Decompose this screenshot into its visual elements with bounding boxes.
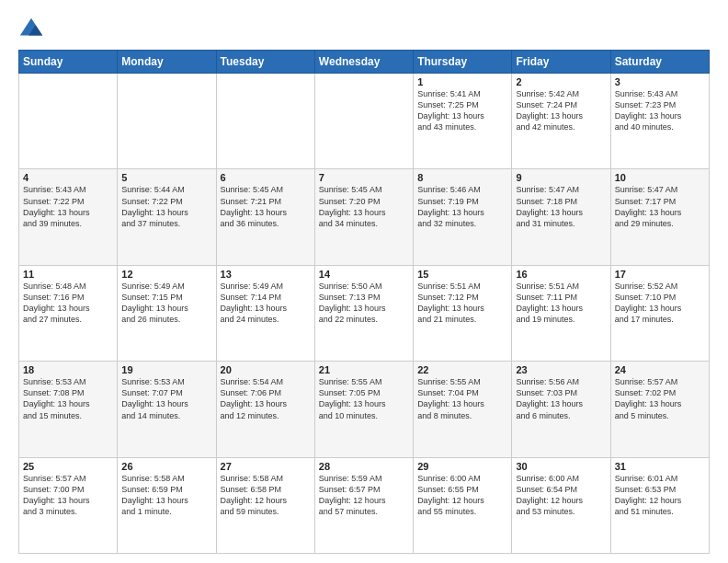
day-info: Sunrise: 5:51 AM Sunset: 7:11 PM Dayligh…	[516, 281, 606, 326]
day-number: 3	[615, 76, 705, 87]
day-number: 24	[615, 364, 705, 375]
calendar-cell: 3Sunrise: 5:43 AM Sunset: 7:23 PM Daylig…	[610, 74, 709, 169]
day-number: 2	[516, 76, 606, 87]
day-info: Sunrise: 5:57 AM Sunset: 7:00 PM Dayligh…	[23, 473, 113, 518]
day-info: Sunrise: 5:46 AM Sunset: 7:19 PM Dayligh…	[417, 184, 507, 229]
calendar-cell: 19Sunrise: 5:53 AM Sunset: 7:07 PM Dayli…	[118, 362, 216, 457]
day-number: 22	[417, 364, 507, 375]
day-info: Sunrise: 5:49 AM Sunset: 7:14 PM Dayligh…	[221, 281, 311, 326]
calendar-cell: 26Sunrise: 5:58 AM Sunset: 6:59 PM Dayli…	[118, 457, 216, 553]
logo-icon	[18, 17, 44, 42]
day-header-sunday: Sunday	[19, 51, 118, 74]
day-number: 6	[221, 172, 311, 183]
calendar-cell: 4Sunrise: 5:43 AM Sunset: 7:22 PM Daylig…	[19, 169, 118, 265]
calendar-cell: 24Sunrise: 5:57 AM Sunset: 7:02 PM Dayli…	[610, 362, 709, 457]
day-info: Sunrise: 5:43 AM Sunset: 7:23 PM Dayligh…	[615, 88, 705, 133]
calendar-cell	[314, 74, 413, 169]
calendar-cell: 13Sunrise: 5:49 AM Sunset: 7:14 PM Dayli…	[216, 265, 314, 361]
day-header-wednesday: Wednesday	[314, 51, 413, 74]
day-info: Sunrise: 5:47 AM Sunset: 7:17 PM Dayligh…	[615, 184, 705, 229]
page: SundayMondayTuesdayWednesdayThursdayFrid…	[0, 0, 728, 563]
calendar-cell: 2Sunrise: 5:42 AM Sunset: 7:24 PM Daylig…	[512, 74, 610, 169]
day-number: 25	[23, 461, 113, 472]
day-info: Sunrise: 5:53 AM Sunset: 7:07 PM Dayligh…	[121, 376, 211, 421]
day-info: Sunrise: 5:48 AM Sunset: 7:16 PM Dayligh…	[23, 281, 113, 326]
day-header-thursday: Thursday	[414, 51, 512, 74]
calendar-cell: 16Sunrise: 5:51 AM Sunset: 7:11 PM Dayli…	[512, 265, 610, 361]
day-info: Sunrise: 5:41 AM Sunset: 7:25 PM Dayligh…	[417, 88, 507, 133]
calendar-cell: 30Sunrise: 6:00 AM Sunset: 6:54 PM Dayli…	[512, 457, 610, 553]
day-header-saturday: Saturday	[610, 51, 709, 74]
day-number: 12	[121, 269, 211, 280]
calendar-cell: 27Sunrise: 5:58 AM Sunset: 6:58 PM Dayli…	[216, 457, 314, 553]
calendar-cell: 11Sunrise: 5:48 AM Sunset: 7:16 PM Dayli…	[19, 265, 118, 361]
day-info: Sunrise: 5:53 AM Sunset: 7:08 PM Dayligh…	[23, 376, 113, 421]
day-number: 27	[221, 461, 311, 472]
day-number: 9	[516, 172, 606, 183]
day-number: 29	[417, 461, 507, 472]
day-info: Sunrise: 5:51 AM Sunset: 7:12 PM Dayligh…	[417, 281, 507, 326]
day-number: 19	[121, 364, 211, 375]
calendar-table: SundayMondayTuesdayWednesdayThursdayFrid…	[18, 50, 710, 554]
day-info: Sunrise: 6:00 AM Sunset: 6:55 PM Dayligh…	[417, 473, 507, 518]
day-info: Sunrise: 6:00 AM Sunset: 6:54 PM Dayligh…	[516, 473, 606, 518]
calendar-cell: 10Sunrise: 5:47 AM Sunset: 7:17 PM Dayli…	[610, 169, 709, 265]
calendar-week-4: 18Sunrise: 5:53 AM Sunset: 7:08 PM Dayli…	[19, 362, 710, 457]
day-number: 17	[615, 269, 705, 280]
calendar-cell: 21Sunrise: 5:55 AM Sunset: 7:05 PM Dayli…	[314, 362, 413, 457]
day-info: Sunrise: 5:57 AM Sunset: 7:02 PM Dayligh…	[615, 376, 705, 421]
day-number: 20	[221, 364, 311, 375]
calendar-cell: 23Sunrise: 5:56 AM Sunset: 7:03 PM Dayli…	[512, 362, 610, 457]
day-info: Sunrise: 5:54 AM Sunset: 7:06 PM Dayligh…	[221, 376, 311, 421]
day-number: 23	[516, 364, 606, 375]
calendar-week-3: 11Sunrise: 5:48 AM Sunset: 7:16 PM Dayli…	[19, 265, 710, 361]
calendar-cell: 17Sunrise: 5:52 AM Sunset: 7:10 PM Dayli…	[610, 265, 709, 361]
day-number: 15	[417, 269, 507, 280]
day-info: Sunrise: 5:58 AM Sunset: 6:58 PM Dayligh…	[221, 473, 311, 518]
day-number: 8	[417, 172, 507, 183]
day-info: Sunrise: 5:59 AM Sunset: 6:57 PM Dayligh…	[319, 473, 409, 518]
calendar-cell	[19, 74, 118, 169]
calendar-cell: 18Sunrise: 5:53 AM Sunset: 7:08 PM Dayli…	[19, 362, 118, 457]
day-number: 10	[615, 172, 705, 183]
logo	[18, 17, 48, 42]
day-info: Sunrise: 5:49 AM Sunset: 7:15 PM Dayligh…	[121, 281, 211, 326]
day-header-monday: Monday	[118, 51, 216, 74]
calendar-week-2: 4Sunrise: 5:43 AM Sunset: 7:22 PM Daylig…	[19, 169, 710, 265]
day-header-friday: Friday	[512, 51, 610, 74]
day-number: 14	[319, 269, 409, 280]
calendar-cell: 28Sunrise: 5:59 AM Sunset: 6:57 PM Dayli…	[314, 457, 413, 553]
calendar-cell: 29Sunrise: 6:00 AM Sunset: 6:55 PM Dayli…	[414, 457, 512, 553]
calendar-cell: 7Sunrise: 5:45 AM Sunset: 7:20 PM Daylig…	[314, 169, 413, 265]
day-info: Sunrise: 6:01 AM Sunset: 6:53 PM Dayligh…	[615, 473, 705, 518]
calendar-week-1: 1Sunrise: 5:41 AM Sunset: 7:25 PM Daylig…	[19, 74, 710, 169]
day-number: 7	[319, 172, 409, 183]
calendar-cell: 20Sunrise: 5:54 AM Sunset: 7:06 PM Dayli…	[216, 362, 314, 457]
day-info: Sunrise: 5:55 AM Sunset: 7:04 PM Dayligh…	[417, 376, 507, 421]
header	[18, 17, 710, 42]
day-number: 26	[121, 461, 211, 472]
day-number: 16	[516, 269, 606, 280]
calendar-week-5: 25Sunrise: 5:57 AM Sunset: 7:00 PM Dayli…	[19, 457, 710, 553]
calendar-header-row: SundayMondayTuesdayWednesdayThursdayFrid…	[19, 51, 710, 74]
day-number: 1	[417, 76, 507, 87]
day-info: Sunrise: 5:58 AM Sunset: 6:59 PM Dayligh…	[121, 473, 211, 518]
day-info: Sunrise: 5:55 AM Sunset: 7:05 PM Dayligh…	[319, 376, 409, 421]
day-number: 21	[319, 364, 409, 375]
calendar-cell: 15Sunrise: 5:51 AM Sunset: 7:12 PM Dayli…	[414, 265, 512, 361]
calendar-cell: 6Sunrise: 5:45 AM Sunset: 7:21 PM Daylig…	[216, 169, 314, 265]
day-number: 13	[221, 269, 311, 280]
day-info: Sunrise: 5:56 AM Sunset: 7:03 PM Dayligh…	[516, 376, 606, 421]
day-info: Sunrise: 5:45 AM Sunset: 7:21 PM Dayligh…	[221, 184, 311, 229]
day-number: 4	[23, 172, 113, 183]
day-number: 28	[319, 461, 409, 472]
calendar-cell: 14Sunrise: 5:50 AM Sunset: 7:13 PM Dayli…	[314, 265, 413, 361]
day-number: 30	[516, 461, 606, 472]
calendar-cell: 31Sunrise: 6:01 AM Sunset: 6:53 PM Dayli…	[610, 457, 709, 553]
day-info: Sunrise: 5:47 AM Sunset: 7:18 PM Dayligh…	[516, 184, 606, 229]
calendar-cell: 22Sunrise: 5:55 AM Sunset: 7:04 PM Dayli…	[414, 362, 512, 457]
calendar-cell: 12Sunrise: 5:49 AM Sunset: 7:15 PM Dayli…	[118, 265, 216, 361]
calendar-cell: 5Sunrise: 5:44 AM Sunset: 7:22 PM Daylig…	[118, 169, 216, 265]
calendar-cell: 8Sunrise: 5:46 AM Sunset: 7:19 PM Daylig…	[414, 169, 512, 265]
day-number: 18	[23, 364, 113, 375]
